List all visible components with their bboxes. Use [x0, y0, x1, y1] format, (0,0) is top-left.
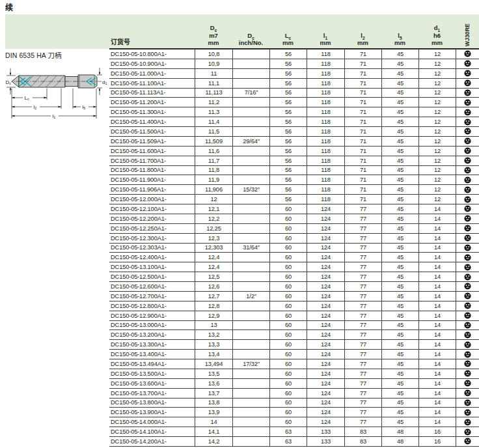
cell-grade — [456, 137, 479, 146]
cell-l2: 71 — [344, 147, 381, 156]
cell-d1: 14 — [418, 379, 456, 388]
cell-l5: 45 — [381, 79, 418, 88]
cell-l5: 45 — [381, 340, 418, 349]
table-row: DC150-05-14.100A1-14,163133834816 — [109, 427, 479, 437]
cell-grade — [456, 427, 479, 436]
cell-dc_mm: 12,4 — [195, 253, 232, 262]
cell-dc_inch — [232, 224, 269, 233]
cell-lc: 60 — [269, 408, 307, 417]
cell-l1: 124 — [307, 262, 344, 272]
cell-l1: 133 — [307, 427, 344, 436]
cell-l1: 118 — [307, 127, 344, 136]
table-row: DC150-05-13.700A1-13,760124774514 — [109, 389, 479, 399]
cell-l2: 71 — [344, 89, 381, 98]
cell-dc_mm: 12 — [195, 195, 232, 204]
cell-l5: 45 — [381, 301, 418, 311]
cell-l2: 77 — [344, 417, 381, 427]
cell-dc_inch — [232, 282, 269, 291]
cell-l5: 45 — [381, 417, 418, 427]
cell-l2: 77 — [344, 272, 381, 281]
cell-lc: 56 — [269, 69, 307, 78]
cell-dc_mm: 12,25 — [195, 224, 232, 233]
cell-order: DC150-05-11.000A1- — [109, 69, 195, 78]
cell-order: DC150-05-13.600A1- — [109, 379, 195, 388]
cell-order: DC150-05-11.100A1- — [109, 79, 195, 88]
cell-dc_inch — [232, 117, 269, 126]
cell-order: DC150-05-11.500A1- — [109, 127, 195, 136]
cell-lc: 60 — [269, 292, 307, 301]
cell-grade — [456, 147, 479, 156]
wj30re-grade-icon — [464, 147, 471, 154]
cell-lc: 56 — [269, 147, 307, 156]
cell-l5: 45 — [381, 127, 418, 136]
wj30re-grade-icon — [464, 196, 471, 203]
cell-l1: 124 — [307, 244, 344, 253]
cell-grade — [456, 282, 479, 291]
cell-l1: 118 — [307, 117, 344, 126]
wj30re-grade-icon — [464, 438, 471, 445]
column-header-wj30re: WJ30RE — [456, 14, 479, 49]
cell-order: DC150-05-11.113A1- — [109, 89, 195, 98]
wj30re-grade-icon — [464, 312, 471, 319]
table-header-row: 订货号Dcm7mmDcinch/No.Lcmml1mml2mml5mmd1h6m… — [109, 14, 479, 49]
cell-dc_mm: 11,9 — [195, 175, 232, 184]
cell-d1: 14 — [418, 262, 456, 272]
cell-l1: 124 — [307, 408, 344, 417]
cell-dc_inch — [232, 262, 269, 272]
cell-l5: 45 — [381, 399, 418, 408]
cell-l1: 118 — [307, 175, 344, 184]
table-row: DC150-05-13.600A1-13,660124774514 — [109, 379, 479, 389]
cell-dc_inch — [232, 234, 269, 243]
cell-lc: 60 — [269, 234, 307, 243]
wj30re-grade-icon — [464, 70, 471, 77]
wj30re-grade-icon — [464, 60, 471, 67]
cell-dc_inch — [232, 340, 269, 349]
column-header-d1: d1h6mm — [418, 14, 456, 49]
cell-lc: 60 — [269, 224, 307, 233]
cell-dc_mm: 12,1 — [195, 204, 232, 214]
table-row: DC150-05-12.700A1-12,71/2″60124774514 — [109, 292, 479, 301]
cell-grade — [456, 340, 479, 349]
cell-lc: 60 — [269, 417, 307, 427]
cell-l2: 77 — [344, 244, 381, 253]
cell-l2: 77 — [344, 369, 381, 378]
cell-l1: 118 — [307, 59, 344, 68]
table-row: DC150-05-11.113A1-11,1137/16″56118714512 — [109, 89, 479, 98]
cell-order: DC150-05-11.900A1- — [109, 175, 195, 184]
cell-lc: 56 — [269, 89, 307, 98]
cell-d1: 12 — [418, 185, 456, 194]
cell-dc_mm: 14,2 — [195, 437, 232, 446]
wj30re-grade-icon — [464, 302, 471, 309]
table-row: DC150-05-13.300A1-13,360124774514 — [109, 340, 479, 350]
cell-grade — [456, 359, 479, 369]
cell-grade — [456, 321, 479, 330]
cell-l5: 45 — [381, 262, 418, 272]
table-row: DC150-05-11.600A1-11,656118714512 — [109, 147, 479, 156]
cell-l1: 118 — [307, 166, 344, 175]
cell-lc: 56 — [269, 127, 307, 136]
cell-l2: 83 — [344, 427, 381, 436]
cell-order: DC150-05-12.200A1- — [109, 214, 195, 223]
cell-order: DC150-05-13.200A1- — [109, 330, 195, 339]
table-row: DC150-05-14.200A1-14,263133834816 — [109, 437, 479, 447]
cell-l1: 124 — [307, 379, 344, 388]
cell-l1: 118 — [307, 156, 344, 165]
cell-dc_mm: 12,3 — [195, 234, 232, 243]
cell-grade — [456, 214, 479, 223]
cell-l2: 77 — [344, 350, 381, 359]
cell-grade — [456, 253, 479, 262]
cell-dc_inch — [232, 107, 269, 117]
wj30re-grade-icon — [464, 409, 471, 416]
cell-grade — [456, 301, 479, 311]
cell-lc: 56 — [269, 107, 307, 117]
cell-grade — [456, 330, 479, 339]
cell-dc_inch — [232, 214, 269, 223]
wj30re-grade-icon — [464, 273, 471, 281]
cell-l5: 45 — [381, 195, 418, 204]
wj30re-grade-icon — [464, 176, 471, 184]
cell-grade — [456, 292, 479, 301]
cell-l5: 45 — [381, 98, 418, 107]
table-row: DC150-05-14.000A1-1460124774514 — [109, 417, 479, 427]
wj30re-grade-icon — [464, 157, 471, 164]
table-row: DC150-05-12.200A1-12,260124774514 — [109, 214, 479, 224]
